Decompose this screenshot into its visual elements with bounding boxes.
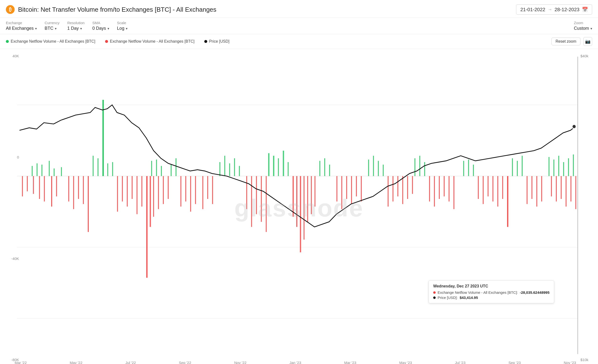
currency-label: Currency: [45, 21, 59, 25]
svg-rect-112: [449, 176, 450, 201]
svg-rect-96: [336, 176, 337, 201]
svg-rect-59: [56, 176, 57, 196]
svg-rect-64: [88, 176, 89, 232]
svg-rect-106: [407, 176, 408, 199]
date-range[interactable]: 21-01-2022 → 28-12-2023 📅: [516, 4, 592, 15]
sma-select[interactable]: 0 Days ▾: [92, 26, 109, 31]
resolution-chevron: ▾: [80, 27, 82, 30]
legend-item-green: Exchange Netflow Volume - All Exchanges …: [6, 39, 95, 44]
svg-rect-18: [161, 166, 162, 176]
svg-rect-71: [146, 176, 147, 278]
svg-rect-6: [37, 163, 38, 176]
x-axis-bottom: Mar '22 May '22 Jul '22 Sep '22 Nov '22 …: [15, 361, 576, 364]
y-label-0: 0: [2, 155, 19, 159]
currency-select[interactable]: BTC ▾: [45, 26, 59, 31]
svg-rect-55: [33, 176, 34, 194]
svg-rect-21: [219, 162, 220, 176]
sma-value: 0 Days: [92, 26, 106, 31]
svg-rect-22: [224, 156, 225, 176]
camera-button[interactable]: 📷: [583, 37, 592, 46]
svg-rect-32: [324, 158, 325, 176]
svg-rect-124: [541, 176, 542, 201]
svg-rect-130: [575, 176, 576, 209]
svg-rect-66: [122, 176, 123, 201]
svg-rect-90: [296, 176, 297, 227]
tooltip-netflow-value: -28,035.62448995: [520, 290, 549, 295]
svg-rect-68: [132, 176, 133, 199]
svg-rect-29: [283, 151, 284, 176]
svg-rect-42: [468, 159, 469, 176]
svg-rect-74: [158, 176, 159, 209]
tooltip-row-price: Price [USD]: $43,414.95: [433, 295, 549, 300]
svg-rect-83: [212, 176, 213, 204]
zoom-label: Zoom: [574, 21, 592, 25]
currency-chevron: ▾: [55, 27, 57, 30]
svg-rect-48: [553, 159, 554, 176]
exchange-chevron: ▾: [35, 27, 37, 30]
legend-label-red: Exchange Netflow Volume - All Exchanges …: [110, 39, 195, 44]
svg-rect-80: [195, 176, 196, 204]
tooltip: Wednesday, Dec 27 2023 UTC Exchange Netf…: [429, 280, 554, 303]
svg-point-131: [572, 125, 576, 129]
date-arrow: →: [548, 7, 552, 12]
svg-rect-19: [171, 165, 172, 176]
reset-zoom-button[interactable]: Reset zoom: [551, 38, 580, 45]
svg-rect-67: [127, 176, 128, 207]
resolution-select[interactable]: 1 Day ▾: [67, 26, 85, 31]
sma-chevron: ▾: [108, 27, 109, 30]
scale-chevron: ▾: [126, 27, 127, 30]
svg-rect-94: [311, 176, 312, 214]
legend-label-green: Exchange Netflow Volume - All Exchanges …: [11, 39, 95, 44]
zoom-chevron: ▾: [590, 27, 592, 30]
svg-rect-115: [483, 176, 484, 204]
resolution-value: 1 Day: [67, 26, 79, 31]
sma-control: SMA 0 Days ▾: [92, 21, 109, 31]
svg-rect-125: [551, 176, 552, 196]
zoom-select[interactable]: Custom ▾: [574, 26, 592, 31]
resolution-control: Resolution 1 Day ▾: [67, 21, 85, 31]
svg-rect-72: [150, 176, 151, 227]
svg-rect-17: [156, 159, 157, 176]
tooltip-dot-red: [433, 291, 436, 294]
scale-select[interactable]: Log ▾: [117, 26, 127, 31]
svg-rect-41: [463, 161, 464, 176]
date-end: 28-12-2023: [555, 7, 579, 12]
svg-rect-102: [388, 176, 389, 207]
svg-rect-119: [502, 176, 503, 199]
chart-area: glassnode 40K 0 -40K -80K: [0, 49, 598, 364]
chart-title: Bitcoin: Net Transfer Volume from/to Exc…: [18, 6, 216, 13]
x-label-sep23: Sep '23: [509, 361, 521, 364]
svg-rect-75: [163, 176, 164, 204]
legend-dot-black: [204, 40, 207, 43]
svg-rect-16: [151, 161, 152, 176]
svg-rect-44: [512, 158, 513, 176]
svg-rect-93: [307, 176, 308, 222]
svg-rect-43: [473, 165, 474, 176]
scale-control: Scale Log ▾: [117, 21, 127, 31]
exchange-select[interactable]: All Exchanges ▾: [6, 26, 37, 31]
svg-rect-70: [141, 176, 142, 207]
svg-rect-45: [517, 161, 518, 176]
x-label-may23: May '23: [399, 361, 412, 364]
red-bars: [22, 176, 576, 278]
bitcoin-icon: ₿: [6, 5, 15, 14]
svg-rect-129: [570, 176, 571, 201]
legend-dot-red: [105, 40, 108, 43]
tooltip-date: Wednesday, Dec 27 2023 UTC: [433, 284, 549, 288]
svg-rect-13: [102, 100, 104, 176]
reset-zoom-area: Reset zoom 📷: [551, 37, 592, 46]
x-label-sep22: Sep '22: [179, 361, 191, 364]
svg-rect-39: [419, 156, 420, 176]
svg-rect-108: [429, 176, 430, 201]
svg-rect-28: [278, 158, 279, 176]
sma-label: SMA: [92, 21, 109, 25]
svg-rect-54: [27, 176, 28, 191]
scale-label: Scale: [117, 21, 127, 25]
svg-rect-84: [246, 176, 247, 209]
svg-rect-8: [49, 161, 50, 176]
svg-rect-127: [561, 176, 562, 199]
svg-rect-31: [319, 161, 320, 176]
svg-rect-36: [378, 161, 379, 176]
green-bars: [32, 100, 574, 176]
y-label-neg40k: -40K: [2, 256, 19, 261]
